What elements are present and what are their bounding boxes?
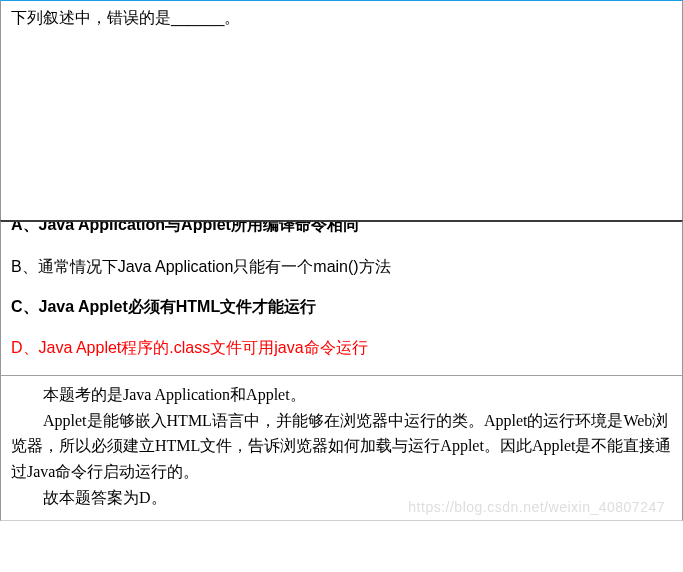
explanation-line-3: 故本题答案为D。 (11, 485, 672, 511)
option-a-text: A、Java Application与Applet所用编译命令相同 (11, 222, 672, 236)
explanation-panel: 本题考的是Java Application和Applet。 Applet是能够嵌… (0, 375, 683, 521)
option-d: D、Java Applet程序的.class文件可用java命令运行 (11, 331, 672, 365)
option-b: B、通常情况下Java Application只能有一个main()方法 (11, 250, 672, 284)
options-panel: A、Java Application与Applet所用编译命令相同 B、通常情况… (0, 220, 683, 375)
option-c: C、Java Applet必须有HTML文件才能运行 (11, 290, 672, 324)
question-stem: 下列叙述中，错误的是______。 (11, 7, 672, 29)
option-a: A、Java Application与Applet所用编译命令相同 (11, 216, 672, 244)
explanation-line-1: 本题考的是Java Application和Applet。 (11, 382, 672, 408)
question-panel: 下列叙述中，错误的是______。 (0, 0, 683, 220)
explanation-line-2: Applet是能够嵌入HTML语言中，并能够在浏览器中运行的类。Applet的运… (11, 408, 672, 485)
